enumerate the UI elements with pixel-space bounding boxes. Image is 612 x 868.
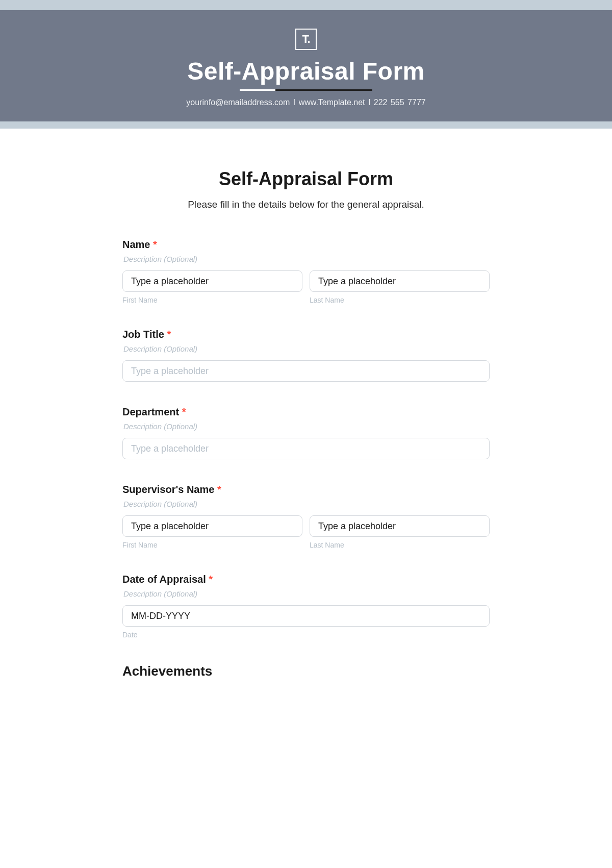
banner-title: Self-Appraisal Form [0,57,612,85]
field-supervisor: Supervisor's Name * Description (Optiona… [122,484,490,549]
desc-job-title: Description (Optional) [123,344,490,353]
label-department: Department * [122,406,490,418]
label-supervisor-text: Supervisor's Name [122,484,214,495]
field-job-title: Job Title * Description (Optional) [122,329,490,382]
rule-right [275,89,372,91]
desc-supervisor: Description (Optional) [123,500,490,508]
form-subtitle: Please fill in the details below for the… [122,199,490,210]
desc-name: Description (Optional) [123,255,490,263]
field-name: Name * Description (Optional) First Name… [122,239,490,304]
field-department: Department * Description (Optional) [122,406,490,459]
job-title-input[interactable] [122,360,490,382]
title-rule [240,89,372,91]
required-marker: * [182,406,186,417]
first-name-sublabel: First Name [122,296,302,304]
required-marker: * [167,329,171,340]
section-achievements: Achievements [122,663,490,679]
supervisor-last-sublabel: Last Name [310,541,490,549]
banner: T. Self-Appraisal Form yourinfo@emailadd… [0,10,612,121]
banner-contact: yourinfo@emailaddress.com I www.Template… [0,98,612,107]
label-appraisal-date: Date of Appraisal * [122,574,490,585]
label-appraisal-date-text: Date of Appraisal [122,574,206,585]
appraisal-date-sublabel: Date [122,631,490,639]
topbar-strip [0,0,612,10]
label-supervisor: Supervisor's Name * [122,484,490,495]
last-name-input[interactable] [310,270,490,292]
required-marker: * [209,574,213,585]
label-name-text: Name [122,239,150,250]
last-name-sublabel: Last Name [310,296,490,304]
sub-banner-strip [0,121,612,129]
department-input[interactable] [122,438,490,459]
supervisor-first-name-input[interactable] [122,515,302,537]
desc-department: Description (Optional) [123,422,490,431]
first-name-input[interactable] [122,270,302,292]
supervisor-last-name-input[interactable] [310,515,490,537]
rule-left [240,89,275,91]
required-marker: * [217,484,221,495]
form-content: Self-Appraisal Form Please fill in the d… [122,129,490,700]
logo-icon: T. [295,29,317,50]
supervisor-first-sublabel: First Name [122,541,302,549]
field-appraisal-date: Date of Appraisal * Description (Optiona… [122,574,490,639]
label-department-text: Department [122,406,179,417]
required-marker: * [153,239,157,250]
desc-appraisal-date: Description (Optional) [123,589,490,598]
logo-text: T. [302,33,310,46]
appraisal-date-input[interactable] [122,605,490,627]
label-job-title: Job Title * [122,329,490,340]
label-job-title-text: Job Title [122,329,164,340]
form-title: Self-Appraisal Form [122,168,490,190]
label-name: Name * [122,239,490,251]
